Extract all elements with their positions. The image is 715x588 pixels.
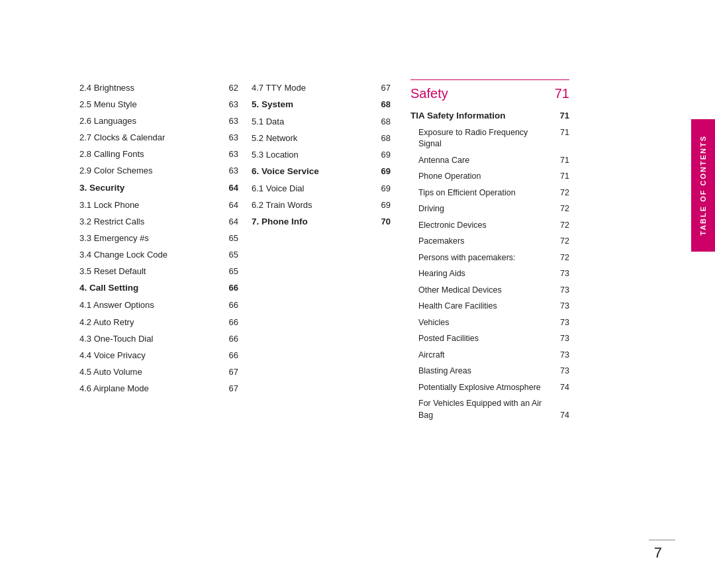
toc-row: 4.6 Airplane Mode67	[79, 381, 238, 397]
toc-page-num: 69	[371, 199, 391, 211]
toc-label: 4. Call Setting	[79, 282, 218, 295]
toc-label: Vehicles	[410, 317, 549, 329]
tia-title: TIA Safety Information	[410, 110, 549, 122]
toc-row: 3.5 Reset Default65	[79, 264, 238, 280]
toc-page-num: 63	[218, 165, 238, 177]
toc-page-num: 73	[549, 366, 569, 377]
toc-row: Exposure to Radio Frequency Signal71	[410, 124, 569, 152]
toc-row: 6. Voice Service69	[252, 164, 391, 181]
toc-page-num: 73	[549, 333, 569, 345]
toc-page-num: 64	[218, 216, 238, 228]
toc-row: Potentially Explosive Atmosphere74	[410, 379, 569, 396]
toc-page-num: 64	[218, 182, 238, 194]
toc-label: 4.1 Answer Options	[79, 299, 218, 311]
toc-row: Blasting Areas73	[410, 364, 569, 380]
toc-page-num: 72	[549, 220, 569, 232]
toc-row: 6.2 Train Words69	[252, 197, 391, 214]
toc-page-num: 72	[549, 203, 569, 215]
toc-page-num: 66	[218, 282, 238, 294]
toc-row: Pacemakers72	[410, 234, 569, 250]
toc-label: Hearing Aids	[410, 268, 549, 280]
toc-row: 2.8 Calling Fonts63	[79, 146, 238, 163]
toc-page-num: 68	[371, 116, 391, 128]
toc-page-num: 66	[218, 350, 238, 362]
toc-label: Tips on Efficient Operation	[410, 187, 549, 199]
toc-page-num: 63	[218, 99, 238, 111]
toc-row: 3. Security64	[79, 179, 238, 197]
toc-page-num: 64	[218, 199, 238, 211]
toc-label: 5.1 Data	[252, 116, 371, 128]
toc-row: 6.1 Voice Dial69	[252, 181, 391, 197]
toc-label: Posted Facilities	[410, 333, 549, 345]
toc-label: 2.7 Clocks & Calendar	[79, 132, 218, 144]
toc-row: 4.5 Auto Volume67	[79, 364, 238, 381]
toc-label: 2.9 Color Schemes	[79, 165, 218, 177]
toc-label: Pacemakers	[410, 236, 549, 248]
toc-page-num: 67	[218, 383, 238, 395]
toc-label: 3. Security	[79, 182, 218, 195]
toc-page-num: 67	[371, 82, 391, 94]
safety-header: Safety71	[410, 79, 569, 105]
toc-row: 2.4 Brightness62	[79, 79, 238, 96]
toc-row: 4.3 One-Touch Dial66	[79, 330, 238, 347]
toc-label: 4.5 Auto Volume	[79, 366, 218, 378]
toc-row: Hearing Aids73	[410, 266, 569, 283]
toc-label: 2.4 Brightness	[79, 82, 218, 94]
toc-label: 2.8 Calling Fonts	[79, 148, 218, 160]
tia-header: TIA Safety Information71	[410, 108, 569, 125]
sidebar-tab: TABLE OF CONTENTS	[691, 119, 715, 252]
toc-page-num: 73	[549, 285, 569, 297]
toc-label: 3.5 Reset Default	[79, 266, 218, 277]
toc-label: Persons with pacemakers:	[410, 252, 549, 264]
toc-page-num: 73	[549, 268, 569, 280]
toc-page-num: 74	[549, 382, 569, 394]
toc-label: 4.3 One-Touch Dial	[79, 333, 218, 345]
toc-row: Driving72	[410, 201, 569, 218]
toc-row: Phone Operation71	[410, 169, 569, 185]
toc-row: 2.9 Color Schemes63	[79, 163, 238, 179]
toc-page-num: 72	[549, 236, 569, 248]
toc-row: 4. Call Setting66	[79, 280, 238, 297]
toc-label: Exposure to Radio Frequency Signal	[410, 127, 549, 150]
toc-page-num: 72	[549, 252, 569, 264]
toc-label: Antenna Care	[410, 155, 549, 167]
page-number: 7	[654, 544, 662, 562]
toc-row: Posted Facilities73	[410, 331, 569, 348]
toc-label: Driving	[410, 203, 549, 215]
toc-page-num: 71	[549, 127, 569, 139]
toc-row: 2.7 Clocks & Calendar63	[79, 130, 238, 146]
toc-page-num: 65	[218, 266, 238, 277]
toc-label: 6.2 Train Words	[252, 199, 371, 211]
toc-page-num: 63	[218, 148, 238, 160]
toc-page-num: 67	[218, 366, 238, 378]
toc-page-num: 71	[549, 171, 569, 183]
toc-page-num: 62	[218, 82, 238, 94]
toc-label: 5.3 Location	[252, 149, 371, 161]
toc-label: 4.2 Auto Retry	[79, 317, 218, 328]
toc-row: 5. System68	[252, 96, 391, 113]
toc-label: Other Medical Devices	[410, 285, 549, 297]
sidebar-tab-label: TABLE OF CONTENTS	[699, 135, 707, 236]
toc-row: 3.3 Emergency #s65	[79, 230, 238, 246]
column-2: 4.7 TTY Mode675. System685.1 Data685.2 N…	[252, 79, 404, 548]
column-1: 2.4 Brightness622.5 Menu Style632.6 Lang…	[79, 79, 252, 548]
toc-label: 7. Phone Info	[252, 216, 371, 228]
footer-divider	[649, 540, 675, 541]
toc-label: Potentially Explosive Atmosphere	[410, 382, 549, 394]
toc-row: 4.2 Auto Retry66	[79, 314, 238, 330]
toc-page-num: 73	[549, 317, 569, 329]
toc-row: 4.4 Voice Privacy66	[79, 347, 238, 364]
toc-row: Aircraft73	[410, 347, 569, 364]
toc-label: Blasting Areas	[410, 366, 549, 377]
toc-label: 4.7 TTY Mode	[252, 82, 371, 94]
toc-label: 3.2 Restrict Calls	[79, 216, 218, 228]
toc-label: Phone Operation	[410, 171, 549, 183]
safety-page: 71	[549, 84, 569, 103]
toc-label: 4.4 Voice Privacy	[79, 350, 218, 362]
toc-page-num: 72	[549, 187, 569, 199]
toc-row: Electronic Devices72	[410, 217, 569, 234]
toc-label: Aircraft	[410, 350, 549, 362]
toc-row: For Vehicles Equipped with an AirBag74	[410, 396, 569, 424]
toc-row: 5.1 Data68	[252, 113, 391, 130]
toc-row: 5.3 Location69	[252, 146, 391, 163]
